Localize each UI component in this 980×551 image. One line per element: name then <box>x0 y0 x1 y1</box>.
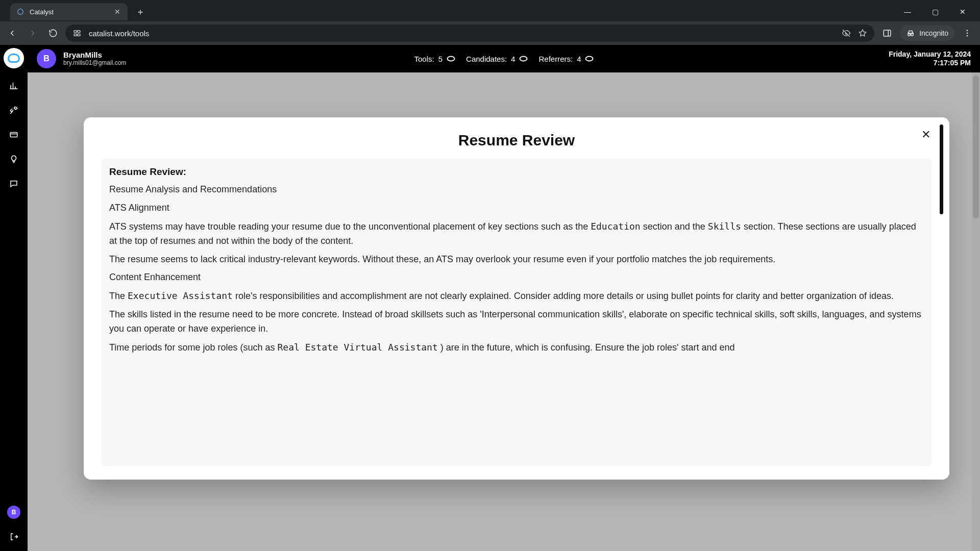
svg-point-0 <box>18 9 23 15</box>
window-maximize-button[interactable]: ▢ <box>924 4 946 19</box>
stat-candidates-label: Candidates: <box>466 55 507 63</box>
page-content: Tools Try it Powered by OpenAI <box>28 72 980 551</box>
nav-back-button[interactable] <box>4 25 20 41</box>
bar-chart-icon <box>9 81 18 90</box>
modal-scrollbar[interactable] <box>940 124 943 214</box>
svg-point-6 <box>908 34 911 36</box>
mono-text: Executive Assistant <box>128 290 233 301</box>
modal-close-button[interactable]: ✕ <box>918 127 934 143</box>
time-text: 7:17:05 PM <box>889 59 971 68</box>
modal-paragraph: The resume seems to lack critical indust… <box>109 253 924 267</box>
modal-paragraph: Content Enhancement <box>109 270 924 285</box>
mono-text: Skills <box>708 221 741 232</box>
tab-favicon-icon <box>16 8 24 16</box>
svg-point-10 <box>967 35 968 37</box>
nav-forward-button[interactable] <box>24 25 41 41</box>
stat-referrers-label: Referrers: <box>538 55 573 63</box>
nav-messages[interactable] <box>4 172 24 195</box>
stat-tools: Tools: 5 <box>414 55 455 63</box>
svg-rect-4 <box>78 34 80 36</box>
cloud-icon <box>8 54 20 63</box>
user-email: bry.mills01@gmail.com <box>63 60 126 66</box>
nav-logout[interactable] <box>4 525 24 548</box>
nav-ideas[interactable] <box>4 148 24 170</box>
mono-text: Education <box>591 221 641 232</box>
app-topbar: B BryanMills bry.mills01@gmail.com Tools… <box>28 45 980 72</box>
svg-rect-1 <box>74 31 77 33</box>
browser-chrome: Catalyst ✕ ＋ — ▢ ✕ <box>0 0 980 45</box>
window-minimize-button[interactable]: — <box>896 4 919 19</box>
modal-paragraph: The skills listed in the resume need to … <box>109 308 924 336</box>
tools-icon <box>9 106 18 115</box>
stat-candidates: Candidates: 4 <box>466 55 527 63</box>
stat-referrers: Referrers: 4 <box>538 55 593 63</box>
stat-candidates-count: 4 <box>511 55 515 63</box>
svg-rect-5 <box>884 30 891 36</box>
stat-tools-label: Tools: <box>414 55 434 63</box>
modal-paragraph: Resume Analysis and Recommendations <box>109 183 924 197</box>
resume-review-modal: ✕ Resume Review Resume Review: Resume An… <box>84 117 949 480</box>
stat-tools-count: 5 <box>438 55 443 63</box>
nav-user-avatar[interactable]: B <box>4 501 24 523</box>
incognito-icon <box>906 29 915 38</box>
svg-point-9 <box>967 33 968 34</box>
date-text: Friday, January 12, 2024 <box>889 50 971 59</box>
url-input[interactable] <box>88 29 836 38</box>
new-tab-button[interactable]: ＋ <box>132 4 149 20</box>
svg-rect-11 <box>10 133 17 137</box>
nav-dashboard[interactable] <box>4 74 24 97</box>
coin-icon <box>447 56 455 62</box>
svg-point-8 <box>967 30 968 31</box>
datetime: Friday, January 12, 2024 7:17:05 PM <box>889 50 971 68</box>
window-close-button[interactable]: ✕ <box>951 4 974 19</box>
eye-off-icon[interactable] <box>841 28 852 39</box>
credit-card-icon <box>9 130 18 139</box>
address-bar[interactable] <box>65 24 874 42</box>
chat-icon <box>9 179 18 188</box>
stat-referrers-count: 4 <box>577 55 581 63</box>
tab-title: Catalyst <box>30 8 108 16</box>
user-box: BryanMills bry.mills01@gmail.com <box>63 51 126 66</box>
modal-subheading: Resume Review: <box>109 166 924 178</box>
lightbulb-icon <box>9 155 18 164</box>
kebab-menu-icon[interactable] <box>959 24 976 42</box>
browser-tab[interactable]: Catalyst ✕ <box>10 3 128 20</box>
username: BryanMills <box>63 51 126 60</box>
modal-title: Resume Review <box>101 132 932 149</box>
modal-paragraph: ATS Alignment <box>109 201 924 215</box>
modal-paragraph: ATS systems may have trouble reading you… <box>109 219 924 248</box>
modal-body[interactable]: Resume Review: Resume Analysis and Recom… <box>101 158 932 466</box>
site-settings-icon[interactable] <box>71 28 83 39</box>
incognito-chip[interactable]: Incognito <box>900 26 954 41</box>
coin-icon <box>585 56 593 62</box>
app-logo[interactable] <box>4 48 24 68</box>
incognito-label: Incognito <box>919 29 948 37</box>
svg-point-7 <box>911 34 914 36</box>
modal-paragraph: Time periods for some job roles (such as… <box>109 340 924 355</box>
topbar-stats: Tools: 5 Candidates: 4 Referrers: 4 <box>414 55 594 63</box>
tab-close-button[interactable]: ✕ <box>113 7 121 17</box>
avatar[interactable]: B <box>37 49 56 68</box>
bookmark-star-icon[interactable] <box>857 28 868 39</box>
logout-icon <box>9 532 18 541</box>
sidepanel-icon[interactable] <box>878 24 896 42</box>
nav-reload-button[interactable] <box>45 25 61 41</box>
window-controls: — ▢ ✕ <box>896 4 977 19</box>
mono-text: Real Estate Virtual Assistant <box>277 342 437 353</box>
nav-tools[interactable] <box>4 99 24 121</box>
svg-rect-2 <box>78 31 80 33</box>
left-nav-rail: B <box>0 45 28 551</box>
coin-icon <box>519 56 527 62</box>
nav-wallet[interactable] <box>4 123 24 146</box>
modal-paragraph: The Executive Assistant role's responsib… <box>109 289 924 304</box>
avatar-small: B <box>7 506 20 519</box>
svg-rect-3 <box>74 34 77 36</box>
